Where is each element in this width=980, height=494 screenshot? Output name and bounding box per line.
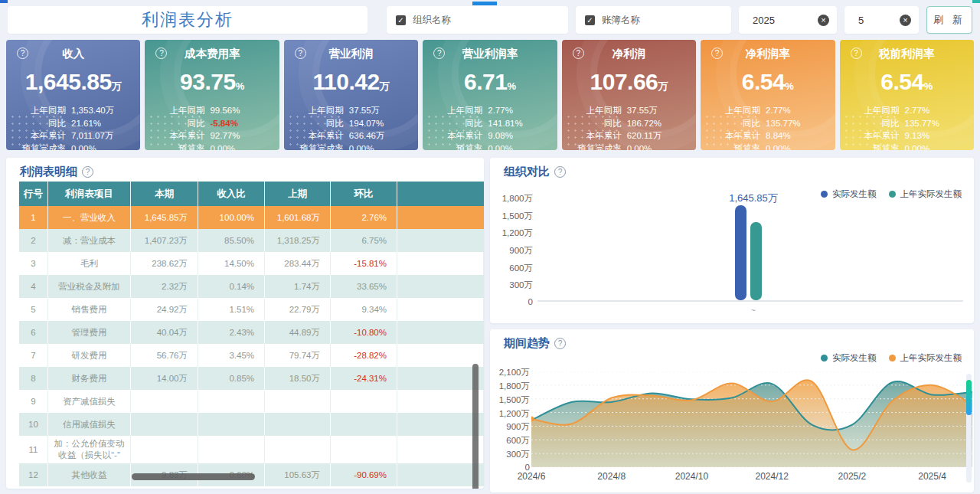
y-axis-tick-label: 900万 bbox=[493, 245, 533, 257]
revenue-ratio-cell bbox=[198, 390, 265, 413]
current-period-cell: 14.00万 bbox=[131, 367, 198, 390]
kpi-metric-value: 186.72% bbox=[627, 117, 662, 130]
table-row[interactable]: 1一、营业收入1,645.85万100.00%1,601.68万2.76% bbox=[19, 206, 484, 229]
kpi-card-row: ?收入1,645.85万上年同期1,353.40万同比21.61%本年累计7,0… bbox=[6, 40, 974, 150]
month-input[interactable]: 5 × bbox=[844, 6, 919, 34]
kpi-metric-value: 37.55万 bbox=[627, 104, 658, 117]
extra-cell bbox=[397, 344, 484, 367]
help-icon[interactable]: ? bbox=[17, 47, 28, 59]
kpi-metric-value: 2.77% bbox=[488, 104, 513, 117]
kpi-card-metrics: 上年同期99.56%同比-5.84%本年累计92.77%预算率0.00% bbox=[145, 104, 279, 150]
table-row[interactable]: 2减：营业成本1,407.23万85.50%1,318.25万6.75% bbox=[19, 229, 484, 252]
help-icon[interactable]: ? bbox=[433, 47, 445, 59]
kpi-card-metrics: 上年同期37.55万同比194.07%本年累计636.46万预算完成率0.00% bbox=[284, 104, 418, 150]
income-statement-panel: 利润表明细 ? 行号利润表项目本期收入比上期环比1一、营业收入1,645.85万… bbox=[6, 158, 484, 489]
y-axis-tick-label: 600万 bbox=[490, 435, 530, 447]
table-row[interactable]: 3毛利238.62万14.50%283.44万-15.81% bbox=[19, 252, 484, 275]
revenue-ratio-cell: 1.51% bbox=[198, 298, 265, 321]
table-row[interactable]: 9资产减值损失 bbox=[19, 390, 484, 413]
table-row[interactable]: 5销售费用24.92万1.51%22.79万9.34% bbox=[19, 298, 484, 321]
chart-scrollbar-track[interactable] bbox=[966, 374, 972, 483]
bar-panel-title: 组织对比 ? bbox=[504, 165, 566, 179]
kpi-metric-value: 37.55万 bbox=[349, 104, 380, 117]
bar-chart-title: 组织对比 bbox=[504, 165, 550, 179]
kpi-metric-value: 135.77% bbox=[905, 117, 939, 130]
help-icon[interactable]: ? bbox=[573, 47, 584, 59]
table-header-cell: 利润表项目 bbox=[48, 182, 131, 206]
help-icon[interactable]: ? bbox=[82, 166, 93, 178]
table-row[interactable]: 8财务费用14.00万0.85%18.50万-24.31% bbox=[19, 367, 484, 390]
checkbox-checked-icon[interactable]: ✓ bbox=[585, 15, 595, 25]
kpi-card: ?收入1,645.85万上年同期1,353.40万同比21.61%本年累计7,0… bbox=[6, 40, 140, 150]
table-horizontal-scrollbar[interactable] bbox=[132, 473, 255, 480]
kpi-metric-row: 上年同期2.77% bbox=[701, 104, 835, 117]
filter-book-name[interactable]: ✓ 账簿名称 bbox=[576, 6, 731, 34]
prior-period-cell bbox=[265, 390, 331, 413]
y-axis-tick-label: 0 bbox=[493, 297, 533, 306]
table-row[interactable]: 7研发费用56.76万3.45%79.74万-28.82% bbox=[19, 344, 484, 367]
kpi-card-metrics: 上年同期1,353.40万同比21.61%本年累计7,011.07万预算完成率0… bbox=[6, 104, 140, 150]
kpi-card: ?成本费用率93.75%上年同期99.56%同比-5.84%本年累计92.77%… bbox=[145, 40, 279, 150]
revenue-ratio-cell: 0.85% bbox=[198, 367, 265, 390]
table-row[interactable]: 10信用减值损失 bbox=[19, 413, 484, 436]
help-icon[interactable]: ? bbox=[554, 338, 566, 349]
table-row[interactable]: 4营业税金及附加2.32万0.14%1.74万33.65% bbox=[19, 275, 484, 298]
extra-cell bbox=[397, 321, 484, 344]
kpi-metric-row: 预算完成率0.00% bbox=[562, 142, 696, 151]
kpi-card-header: ?营业利润 bbox=[284, 47, 418, 62]
kpi-metric-label: 预算完成率 bbox=[562, 142, 622, 151]
extra-cell bbox=[397, 275, 484, 298]
income-statement-table: 行号利润表项目本期收入比上期环比1一、营业收入1,645.85万100.00%1… bbox=[19, 182, 484, 486]
kpi-metric-label: 同比 bbox=[145, 117, 204, 130]
clear-year-icon[interactable]: × bbox=[818, 15, 829, 26]
mom-change-cell: 9.34% bbox=[331, 298, 397, 321]
kpi-metric-row: 上年同期37.55万 bbox=[562, 104, 696, 117]
bar-current-period[interactable] bbox=[735, 205, 746, 300]
mom-change-cell: -24.31% bbox=[331, 367, 397, 390]
bar-prior-period[interactable] bbox=[750, 222, 762, 300]
help-icon[interactable]: ? bbox=[295, 47, 306, 59]
clear-month-icon[interactable]: × bbox=[900, 15, 911, 26]
kpi-metric-row: 本年累计636.46万 bbox=[284, 129, 418, 142]
trend-chart-title: 期间趋势 bbox=[504, 336, 550, 351]
trend-area-svg bbox=[531, 371, 972, 467]
table-row[interactable]: 6管理费用40.04万2.43%44.89万-10.80% bbox=[19, 321, 484, 344]
x-axis-tick-label: 2024/6 bbox=[507, 471, 556, 482]
legend-item[interactable]: 上年实际发生额 bbox=[889, 352, 962, 364]
kpi-metric-label: 上年同期 bbox=[6, 104, 66, 117]
row-number-cell: 12 bbox=[19, 463, 48, 486]
kpi-metric-row: 本年累计8.84% bbox=[701, 129, 835, 142]
help-icon[interactable]: ? bbox=[851, 47, 862, 59]
row-number-cell: 8 bbox=[19, 367, 48, 390]
table-vertical-scrollbar[interactable] bbox=[472, 364, 479, 489]
kpi-metric-row: 上年同期2.77% bbox=[840, 104, 974, 117]
table-row[interactable]: 11加：公允价值变动收益（损失以“-” bbox=[19, 436, 484, 463]
kpi-value-number: 6.54 bbox=[880, 69, 923, 94]
filter-org-name[interactable]: ✓ 组织名称 bbox=[387, 6, 568, 34]
help-icon[interactable]: ? bbox=[554, 166, 566, 178]
checkbox-checked-icon[interactable]: ✓ bbox=[396, 15, 406, 25]
kpi-card: ?营业利润率6.71%上年同期2.77%同比141.81%本年累计9.08%预算… bbox=[423, 40, 557, 150]
kpi-card-value: 93.75% bbox=[145, 69, 279, 97]
prior-period-cell bbox=[265, 436, 331, 463]
kpi-metric-value: 620.11万 bbox=[627, 129, 662, 142]
kpi-metric-value: 0.00% bbox=[627, 142, 652, 151]
legend-item[interactable]: 实际发生额 bbox=[821, 352, 877, 364]
refresh-button[interactable]: 刷 新 bbox=[926, 6, 972, 34]
year-input[interactable]: 2025 × bbox=[739, 6, 837, 34]
kpi-card: ?净利润率6.54%上年同期2.77%同比135.77%本年累计8.84%预算率… bbox=[701, 40, 835, 150]
table-panel-title: 利润表明细 ? bbox=[20, 165, 93, 179]
kpi-metric-value: 0.00% bbox=[488, 142, 513, 151]
bar-chart-plot: 1,645.85万~ bbox=[537, 198, 963, 302]
item-name-cell: 营业税金及附加 bbox=[48, 275, 131, 298]
revenue-ratio-cell: 0.14% bbox=[198, 275, 265, 298]
kpi-value-number: 107.66 bbox=[590, 69, 658, 94]
legend-label: 实际发生额 bbox=[832, 352, 877, 364]
help-icon[interactable]: ? bbox=[711, 47, 723, 59]
help-icon[interactable]: ? bbox=[155, 47, 167, 59]
row-number-cell: 1 bbox=[19, 206, 48, 229]
kpi-metric-row: 上年同期37.55万 bbox=[284, 104, 418, 117]
chart-scrollbar-thumb[interactable] bbox=[966, 380, 972, 415]
kpi-metric-label: 上年同期 bbox=[562, 104, 622, 117]
kpi-card-value: 1,645.85万 bbox=[6, 69, 140, 97]
